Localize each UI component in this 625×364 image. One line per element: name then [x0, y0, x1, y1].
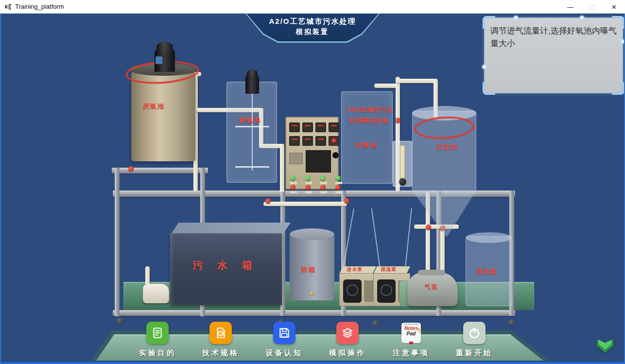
- panel-knob[interactable]: [332, 152, 339, 158]
- pipe: [396, 79, 437, 83]
- chemical-tank-valve[interactable]: [310, 292, 314, 296]
- toolbar-icon-simulate-operation: [336, 322, 359, 344]
- caster-wheel: [372, 320, 379, 327]
- toolbar-button-experiment-purpose[interactable]: 实验目的: [132, 322, 183, 358]
- panel-meter: [302, 122, 313, 132]
- feed-pump-body: [339, 273, 376, 306]
- panel-corner-decoration: [612, 16, 625, 29]
- stirrer-blade: [235, 126, 269, 127]
- collapse-chevron-icon[interactable]: [597, 339, 613, 353]
- feed-pump-label: 进水泵: [347, 266, 363, 273]
- toolbar-icon-equipment-cognition: [273, 322, 295, 344]
- pencil-icon: ✎: [416, 326, 424, 336]
- panel-node-decoration: [621, 39, 625, 44]
- sedimentation-tank-cone: [412, 191, 476, 237]
- toolbar-label: 实验目的: [132, 348, 183, 358]
- frame-bottom-beam: [113, 310, 515, 316]
- chemical-tank-label: 药箱: [301, 265, 316, 274]
- window-title: Training_platform: [15, 3, 64, 10]
- flow-meter-tube: [400, 145, 405, 178]
- pump-roller: [347, 284, 358, 296]
- chemical-tank-lid: [290, 228, 334, 240]
- caster-wheel: [508, 319, 515, 326]
- toolbar-button-notes[interactable]: Notes Pad ✎ 注意事项: [386, 322, 436, 358]
- caster-wheel: [117, 318, 123, 324]
- document-clock-icon: [214, 327, 227, 339]
- air-pump-handle: [418, 270, 445, 276]
- valve[interactable]: [128, 166, 134, 172]
- simulation-viewport[interactable]: A2/O工艺城市污水处理 模拟装置 调节进气流量计,选择好氧池内曝气量大小: [0, 14, 625, 364]
- toolbar-button-simulate-operation[interactable]: 模拟操作: [322, 322, 373, 358]
- panel-button-green[interactable]: [305, 175, 312, 184]
- panel-meter: [329, 122, 339, 132]
- stirrer-motor: [245, 75, 259, 94]
- panel-button-red[interactable]: [320, 185, 327, 193]
- toolbar-icon-experiment-purpose: [146, 322, 169, 344]
- panel-button-red[interactable]: [305, 185, 312, 193]
- minimize-button[interactable]: —: [559, 0, 581, 14]
- flow-meter-knob[interactable]: [399, 178, 406, 186]
- anoxic-tank-label: 缺氧池: [239, 116, 261, 124]
- instruction-text: 调节进气流量计,选择好氧池内曝气量大小: [490, 26, 617, 48]
- stirrer-blade: [235, 166, 269, 168]
- feed-pump-housing: [143, 284, 169, 303]
- sewage-tank-label: 污 水 箱: [192, 259, 258, 272]
- motor-label-sticker: [156, 56, 162, 64]
- title-banner: A2/O工艺城市污水处理 模拟装置: [245, 14, 380, 43]
- panel-meter: [289, 136, 300, 146]
- panel-meter: [315, 136, 326, 146]
- instruction-panel: 调节进气流量计,选择好氧池内曝气量大小: [484, 17, 623, 93]
- control-panel: [285, 117, 339, 190]
- device-title-line2: 处理模拟设备: [349, 117, 389, 125]
- toolbar-button-restart[interactable]: 重新开始: [449, 322, 500, 358]
- pipe: [280, 144, 284, 192]
- valve[interactable]: [395, 118, 400, 123]
- anaerobic-tank-label: 厌氧池: [143, 102, 165, 111]
- panel-plate: [289, 153, 303, 164]
- air-pump-label: 气泵: [425, 283, 438, 291]
- panel-button-green[interactable]: [290, 175, 297, 184]
- power-icon: [468, 326, 481, 340]
- close-button[interactable]: ✕: [603, 0, 625, 14]
- device-title-line1: A2O法城市污水: [347, 106, 393, 114]
- panel-corner-decoration: [612, 82, 625, 95]
- toolbar-icon-notes: Notes Pad ✎: [400, 322, 422, 344]
- clean-water-tank-label: 清水箱: [476, 267, 497, 276]
- stirrer-shaft: [252, 94, 253, 171]
- notespad-icon: Notes Pad ✎: [401, 323, 421, 343]
- valve[interactable]: [426, 225, 431, 230]
- toolbar-icon-restart: [463, 322, 486, 344]
- toolbar-button-equipment-cognition[interactable]: 设备认知: [259, 322, 310, 358]
- panel-button-green[interactable]: [320, 175, 327, 184]
- panel-indicator: [329, 136, 339, 146]
- maximize-button[interactable]: ▢: [581, 0, 603, 14]
- stirrer-motor-cap: [156, 42, 173, 52]
- pipe: [263, 202, 347, 206]
- toolbar-label: 模拟操作: [322, 348, 373, 358]
- toolbar-label: 设备认知: [259, 348, 310, 358]
- air-flow-meter[interactable]: [393, 141, 412, 187]
- pipe: [374, 84, 399, 88]
- document-icon: [151, 327, 164, 339]
- panel-display: [306, 150, 331, 173]
- reflux-pump-label: 回流泵: [381, 266, 397, 273]
- aerobic-tank-body: [341, 91, 393, 184]
- panel-meter: [302, 136, 313, 146]
- frame-leg: [115, 168, 120, 316]
- pump-roller: [381, 284, 392, 296]
- sedimentation-tank-label: 沉淀池: [436, 143, 458, 152]
- panel-button-red[interactable]: [290, 185, 297, 193]
- toolbar-label: 注意事项: [386, 348, 436, 358]
- layers-icon: [341, 327, 354, 339]
- window-titlebar: Training_platform — ▢ ✕: [0, 0, 625, 14]
- valve[interactable]: [344, 198, 349, 204]
- clean-water-tank-lid: [466, 232, 512, 243]
- floppy-disk-icon: [278, 327, 291, 339]
- toolbar-button-tech-specs[interactable]: 技术规格: [195, 322, 246, 358]
- valve[interactable]: [265, 198, 271, 204]
- toolbar-label: 技术规格: [195, 348, 246, 358]
- toolbar-icon-tech-specs: [209, 322, 232, 344]
- pump-controls[interactable]: [364, 280, 374, 302]
- panel-button-red[interactable]: [335, 185, 342, 193]
- panel-node-decoration: [482, 65, 486, 69]
